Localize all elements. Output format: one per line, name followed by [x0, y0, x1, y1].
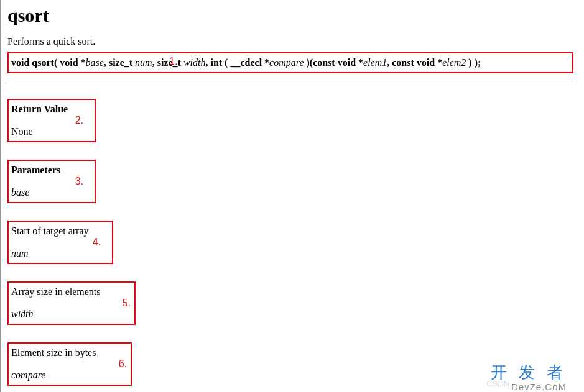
annotation-2: 2.	[75, 115, 83, 126]
num-desc-box: Array size in elements width 5.	[7, 281, 136, 325]
signature-divider	[7, 81, 573, 81]
base-desc-box: Start of target array num 4.	[7, 221, 113, 264]
annotation-3: 3.	[75, 176, 83, 187]
function-signature: void qsort( void *base, size_t num, size…	[11, 57, 481, 68]
annotation-1: 1.	[169, 56, 177, 67]
base-desc-heading: Start of target array	[11, 226, 109, 237]
parameters-box: Parameters base 3.	[7, 160, 96, 203]
watermark-cn: 开 发 者	[491, 362, 567, 383]
annotation-5: 5.	[123, 298, 131, 309]
return-value-box: Return Value None 2.	[7, 99, 96, 142]
param-compare: compare	[11, 370, 128, 381]
param-num: num	[11, 248, 109, 259]
return-value-body: None	[11, 126, 92, 137]
param-base: base	[11, 187, 92, 198]
short-description: Performs a quick sort.	[7, 36, 578, 47]
annotation-4: 4.	[93, 237, 101, 248]
param-width: width	[11, 309, 132, 320]
width-desc-heading: Element size in bytes	[11, 347, 128, 358]
page-title: qsort	[7, 5, 578, 26]
function-signature-box: void qsort( void *base, size_t num, size…	[7, 52, 573, 73]
width-desc-box: Element size in bytes compare 6.	[7, 342, 132, 386]
return-value-heading: Return Value	[11, 104, 92, 115]
num-desc-heading: Array size in elements	[11, 286, 132, 298]
watermark-en: DevZe.CoM	[511, 381, 567, 392]
parameters-heading: Parameters	[11, 165, 92, 176]
annotation-6: 6.	[119, 358, 127, 370]
